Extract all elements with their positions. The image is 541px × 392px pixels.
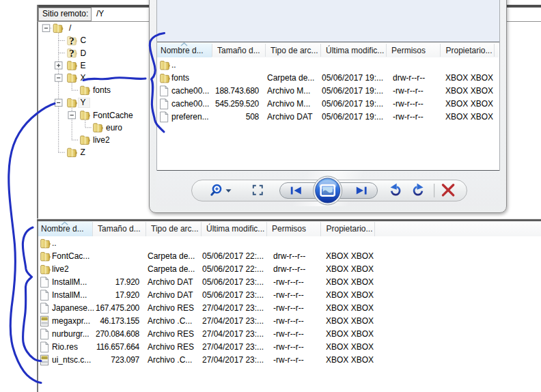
svg-text:?: ? <box>69 36 74 46</box>
svg-text:?: ? <box>69 48 74 59</box>
